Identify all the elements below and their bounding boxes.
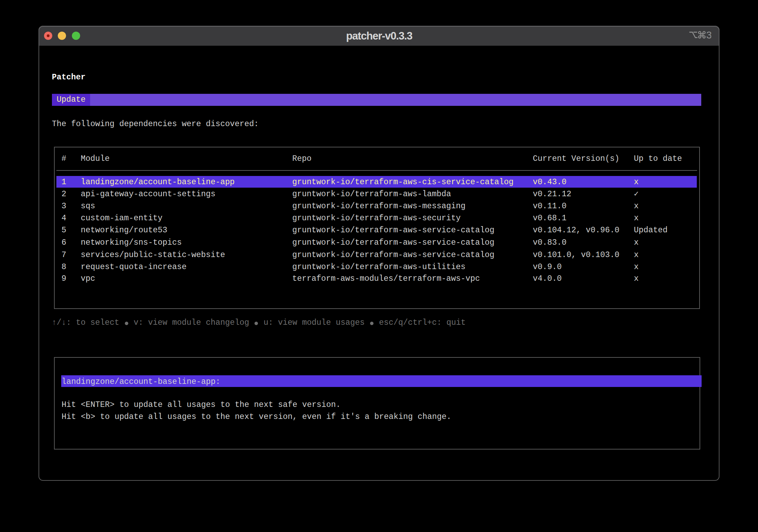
- svg-text:3: 3: [706, 31, 711, 39]
